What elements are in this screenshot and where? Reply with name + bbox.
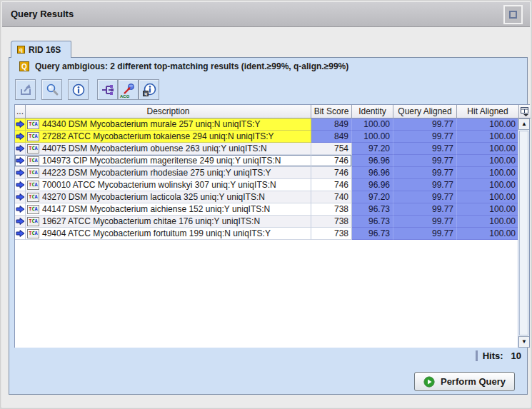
info-icon xyxy=(71,83,86,97)
row-hit-aligned: 100.00 xyxy=(457,155,519,167)
perform-query-button[interactable]: Perform Query xyxy=(414,372,515,391)
row-arrow-icon xyxy=(15,118,26,131)
table-viewport: TCA 44340 DSM Mycobacterium murale 257 u… xyxy=(15,118,529,348)
column-chooser-icon xyxy=(521,107,529,116)
row-description: 44340 DSM Mycobacterium murale 257 uniq:… xyxy=(42,118,260,130)
tca-sequence-icon: TCA xyxy=(27,181,39,190)
scroll-up-button[interactable]: ▲ xyxy=(518,118,529,130)
maximize-button[interactable] xyxy=(503,5,523,24)
column-header-bit-score[interactable]: Bit Score xyxy=(311,105,352,118)
row-arrow-icon xyxy=(15,155,26,167)
info-button[interactable] xyxy=(68,79,89,100)
tab-rid-16s[interactable]: q RID 16S xyxy=(11,41,71,58)
svg-text:q: q xyxy=(144,91,147,96)
export-icon xyxy=(19,83,33,97)
row-hit-aligned: 100.00 xyxy=(457,216,519,228)
tca-sequence-icon: TCA xyxy=(27,156,39,166)
warning-text: Query ambigious: 2 different top-matchin… xyxy=(35,61,348,71)
column-header-identity[interactable]: Identity xyxy=(352,105,393,118)
row-identity: 100.00 xyxy=(352,131,393,143)
row-hit-aligned: 100.00 xyxy=(457,228,519,240)
table-header: ... Description Bit Score Identity Query… xyxy=(15,105,529,118)
tca-sequence-icon: TCA xyxy=(27,217,39,226)
row-query-aligned: 99.77 xyxy=(393,179,457,191)
row-query-aligned: 99.77 xyxy=(393,118,457,131)
tca-sequence-icon: TCA xyxy=(27,193,39,202)
row-hit-aligned: 100.00 xyxy=(457,167,519,179)
search-button[interactable] xyxy=(41,79,62,100)
search-icon xyxy=(45,83,59,97)
column-header-description[interactable]: Description xyxy=(26,105,311,118)
row-hit-aligned: 100.00 xyxy=(457,179,519,191)
table-row[interactable]: TCA 43270 DSM Mycobacterium lacticola 32… xyxy=(15,191,519,203)
row-description: 104973 CIP Mycobacterium mageritense 249… xyxy=(42,155,281,166)
table-row[interactable]: TCA 19627 ATCC Mycobacterium chitae 176 … xyxy=(15,216,519,228)
row-identity: 97.20 xyxy=(352,191,393,203)
table-row[interactable]: TCA 44340 DSM Mycobacterium murale 257 u… xyxy=(15,118,519,131)
row-arrow-icon xyxy=(15,191,26,203)
row-identity: 96.96 xyxy=(352,179,393,191)
row-description: 44075 DSM Mycobacterium obuense 263 uniq… xyxy=(42,143,267,154)
vertical-scrollbar[interactable]: ▲ ▼ xyxy=(518,118,529,348)
results-table: ... Description Bit Score Identity Query… xyxy=(14,104,530,348)
row-arrow-icon xyxy=(15,228,26,240)
row-hit-aligned: 100.00 xyxy=(457,203,519,216)
tree-icon xyxy=(101,83,115,97)
row-query-aligned: 99.77 xyxy=(393,167,457,179)
title-bar: Query Results xyxy=(2,2,530,27)
column-header-hit-aligned[interactable]: Hit Aligned xyxy=(457,105,519,118)
row-hit-aligned: 100.00 xyxy=(457,118,519,131)
row-query-aligned: 99.77 xyxy=(393,228,457,240)
row-description: 19627 ATCC Mycobacterium chitae 176 uniq… xyxy=(42,216,260,227)
export-button[interactable] xyxy=(15,79,36,100)
table-row[interactable]: TCA 104973 CIP Mycobacterium mageritense… xyxy=(15,155,519,167)
column-header-icons[interactable]: ... xyxy=(15,105,26,118)
sequence-letters: ACG xyxy=(120,94,129,99)
query-info-button[interactable]: q xyxy=(139,79,159,100)
hits-value: 10 xyxy=(511,350,521,361)
row-query-aligned: 99.77 xyxy=(393,216,457,228)
row-bit-score: 738 xyxy=(311,216,352,228)
row-bit-score: 746 xyxy=(311,155,352,167)
sequence-db-button[interactable]: ACG xyxy=(118,79,139,100)
row-description: 49404 ATCC Mycobacterium fortuitum 199 u… xyxy=(42,228,271,239)
row-hit-aligned: 100.00 xyxy=(457,191,519,203)
warning-message: Q Query ambigious: 2 different top-match… xyxy=(19,61,348,71)
maximize-icon xyxy=(509,11,517,19)
table-row[interactable]: TCA 49404 ATCC Mycobacterium fortuitum 1… xyxy=(15,228,519,240)
row-query-aligned: 99.77 xyxy=(393,203,457,216)
table-row[interactable]: TCA 44075 DSM Mycobacterium obuense 263 … xyxy=(15,143,519,155)
results-panel: Q Query ambigious: 2 different top-match… xyxy=(9,57,528,395)
table-row[interactable]: TCA 44147 DSM Mycobacterium aichiense 15… xyxy=(15,203,519,216)
perform-query-label: Perform Query xyxy=(441,376,506,387)
tca-sequence-icon: TCA xyxy=(27,120,39,129)
tree-button[interactable] xyxy=(97,79,118,100)
tca-sequence-icon: TCA xyxy=(27,132,39,141)
row-description: 43270 DSM Mycobacterium lacticola 325 un… xyxy=(42,191,265,203)
row-bit-score: 738 xyxy=(311,228,352,240)
scrollbar-thumb[interactable] xyxy=(519,131,528,335)
table-row[interactable]: TCA 44223 DSM Mycobacterium rhodesiae 27… xyxy=(15,167,519,179)
column-header-query-aligned[interactable]: Query Aligned xyxy=(393,105,457,118)
row-identity: 100.00 xyxy=(352,118,393,131)
row-arrow-icon xyxy=(15,167,26,179)
row-query-aligned: 99.77 xyxy=(393,143,457,155)
table-filler xyxy=(15,240,519,348)
tca-sequence-icon: TCA xyxy=(27,144,39,153)
row-bit-score: 740 xyxy=(311,191,352,203)
hits-label: Hits: xyxy=(483,350,503,361)
column-chooser-button[interactable] xyxy=(519,105,531,118)
table-row[interactable]: TCA 700010 ATCC Mycobacterium wolinskyi … xyxy=(15,179,519,191)
row-hit-aligned: 100.00 xyxy=(457,131,519,143)
row-identity: 96.96 xyxy=(352,155,393,167)
row-identity: 96.96 xyxy=(352,167,393,179)
row-bit-score: 738 xyxy=(311,203,352,216)
row-arrow-icon xyxy=(15,216,26,228)
scroll-down-button[interactable]: ▼ xyxy=(518,336,529,348)
query-info-icon: q xyxy=(142,83,156,97)
row-query-aligned: 99.77 xyxy=(393,131,457,143)
tca-sequence-icon: TCA xyxy=(27,168,39,178)
table-row[interactable]: TCA 27282 ATCC Mycobacterium tokaiense 2… xyxy=(15,131,519,143)
row-hit-aligned: 100.00 xyxy=(457,143,519,155)
row-arrow-icon xyxy=(15,203,26,216)
